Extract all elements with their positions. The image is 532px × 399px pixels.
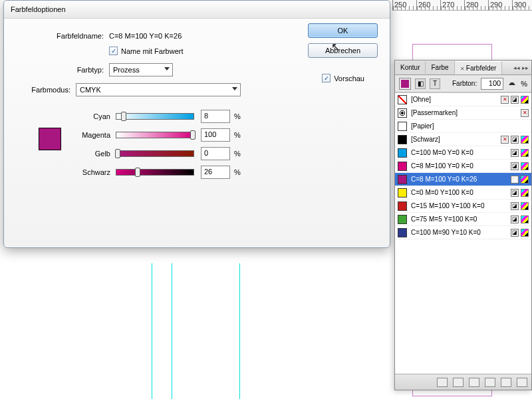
check-icon: ✓: [322, 74, 331, 82]
swatch-row[interactable]: C=100 M=0 Y=0 K=0◪: [395, 146, 531, 160]
swatch-row[interactable]: C=75 M=5 Y=100 K=0◪: [395, 213, 531, 226]
yellow-slider[interactable]: [116, 150, 194, 157]
swatch-marks: ✕◪: [501, 136, 529, 144]
color-type-label: Farbtyp:: [37, 66, 104, 74]
swatch-chip: [398, 108, 407, 118]
black-input[interactable]: 26: [201, 166, 230, 179]
swatch-marks: ◪: [511, 162, 529, 170]
name-with-value-checkbox[interactable]: ✓ Name mit Farbwert: [109, 47, 184, 55]
new-swatch-icon[interactable]: [469, 378, 479, 387]
swatch-marks: ✕: [521, 109, 529, 117]
swatch-chip: [398, 135, 407, 144]
swatch-options-dialog: Farbfeldoptionen Farbfeldname: C=8 M=100…: [3, 0, 390, 248]
tab-farbe[interactable]: Farbe: [426, 61, 454, 74]
magenta-slider[interactable]: [116, 132, 194, 138]
swatch-name: C=100 M=0 Y=0 K=0: [411, 149, 507, 156]
swatch-name: C=75 M=5 Y=100 K=0: [411, 215, 507, 223]
cyan-input[interactable]: 8: [201, 110, 230, 123]
black-row: Schwarz 26 %: [64, 166, 378, 179]
swatch-row[interactable]: C=8 M=100 Y=0 K=0◪: [395, 160, 531, 173]
swatch-marks: ◪: [511, 149, 529, 157]
tint-input[interactable]: 100: [481, 78, 503, 90]
swatch-row[interactable]: [Papier]: [395, 120, 531, 133]
ok-button[interactable]: OK: [308, 23, 378, 38]
yellow-label: Gelb: [64, 150, 110, 158]
horizontal-ruler: 250260270280290300310: [392, 0, 532, 11]
preview-checkbox[interactable]: ✓ Vorschau: [322, 74, 364, 82]
swatch-marks: ◪: [511, 229, 529, 237]
swatch-name: [Ohne]: [411, 96, 497, 103]
swatches-toolbar: ◧ T Farbton: 100 %: [395, 75, 531, 92]
swatch-row[interactable]: C=100 M=90 Y=10 K=0◪: [395, 226, 531, 239]
swatch-marks: ◪: [511, 189, 529, 197]
panel-collapse-icon[interactable]: ◂◂ ▸▸: [511, 65, 531, 71]
swatch-name: C=0 M=0 Y=100 K=0: [411, 189, 507, 196]
field-name-label: Farbfeldname:: [37, 32, 104, 40]
swatch-chip: [398, 122, 407, 131]
color-mode-select[interactable]: CMYK: [76, 83, 241, 96]
dialog-title: Farbfeldoptionen: [4, 1, 390, 19]
magenta-input[interactable]: 100: [201, 128, 230, 142]
guide-vertical: [152, 263, 152, 399]
color-type-select[interactable]: Prozess: [109, 63, 173, 76]
swatch-chip: [398, 95, 407, 104]
swatch-chip: [398, 215, 407, 224]
yellow-row: Gelb 0 %: [64, 147, 378, 160]
chevron-down-icon: [164, 67, 170, 70]
swatch-list[interactable]: [Ohne]✕◪[Passermarken]✕[Papier][Schwarz]…: [395, 92, 531, 374]
swatch-row[interactable]: C=0 M=0 Y=100 K=0◪: [395, 186, 531, 200]
cyan-label: Cyan: [64, 112, 110, 120]
black-label: Schwarz: [64, 168, 110, 176]
new-folder-icon[interactable]: [501, 378, 511, 387]
guide-vertical: [239, 263, 240, 399]
color-preview-swatch: [39, 128, 61, 150]
swatch-row[interactable]: [Schwarz]✕◪: [395, 133, 531, 146]
new-gradient-icon[interactable]: [485, 378, 495, 387]
object-fill-icon[interactable]: ◧: [415, 78, 426, 89]
swatch-chip: [398, 175, 407, 184]
swatch-name: C=100 M=90 Y=10 K=0: [411, 229, 507, 236]
swatch-name: [Passermarken]: [411, 109, 517, 116]
chevron-down-icon: [232, 87, 237, 90]
swatch-row[interactable]: [Passermarken]✕: [395, 106, 531, 120]
swatch-marks: ◪: [511, 202, 529, 210]
field-name-value: C=8 M=100 Y=0 K=26: [109, 32, 182, 40]
swatch-chip: [398, 228, 407, 237]
yellow-input[interactable]: 0: [201, 147, 230, 160]
swatch-marks: ✕◪: [501, 96, 529, 104]
swatch-chip: [398, 162, 407, 171]
swatch-chip: [398, 148, 407, 158]
text-fill-icon[interactable]: T: [430, 78, 440, 89]
swatch-name: [Papier]: [411, 122, 525, 130]
chevron-up-icon[interactable]: [509, 82, 515, 85]
panel-footer: [395, 374, 531, 390]
delete-swatch-icon[interactable]: [517, 378, 527, 387]
swatch-marks: ◪: [511, 215, 529, 223]
show-list-icon[interactable]: [437, 378, 448, 387]
name-with-value-label: Name mit Farbwert: [121, 47, 184, 55]
panel-tabs: Kontur Farbe Farbfelder ◂◂ ▸▸: [395, 61, 531, 75]
swatch-row[interactable]: [Ohne]✕◪: [395, 93, 531, 106]
tint-label: Farbton:: [452, 80, 477, 87]
fill-stroke-icon[interactable]: [399, 78, 411, 90]
cyan-slider[interactable]: [116, 113, 194, 120]
swatch-row[interactable]: C=8 M=100 Y=0 K=26◪: [395, 173, 531, 186]
cursor-icon: ↖: [331, 41, 340, 53]
swatch-marks: ◪: [511, 176, 529, 184]
swatch-name: C=15 M=100 Y=100 K=0: [411, 202, 507, 209]
swatch-name: C=8 M=100 Y=0 K=0: [411, 162, 507, 170]
magenta-label: Magenta: [64, 131, 110, 139]
cancel-button[interactable]: Abbrechen: [308, 43, 378, 58]
swatch-row[interactable]: C=15 M=100 Y=100 K=0◪: [395, 200, 531, 213]
swatches-panel: Kontur Farbe Farbfelder ◂◂ ▸▸ ◧ T Farbto…: [394, 60, 532, 390]
color-mode-label: Farbmodus:: [21, 86, 70, 94]
show-small-icon[interactable]: [453, 378, 464, 387]
swatch-chip: [398, 188, 407, 198]
tab-farbfelder[interactable]: Farbfelder: [455, 61, 503, 74]
magenta-row: Magenta 100 %: [64, 128, 378, 142]
black-slider[interactable]: [116, 169, 194, 176]
guide-vertical: [172, 263, 172, 399]
tab-kontur[interactable]: Kontur: [395, 61, 426, 74]
swatch-name: [Schwarz]: [411, 136, 497, 143]
swatch-name: C=8 M=100 Y=0 K=26: [411, 176, 507, 183]
